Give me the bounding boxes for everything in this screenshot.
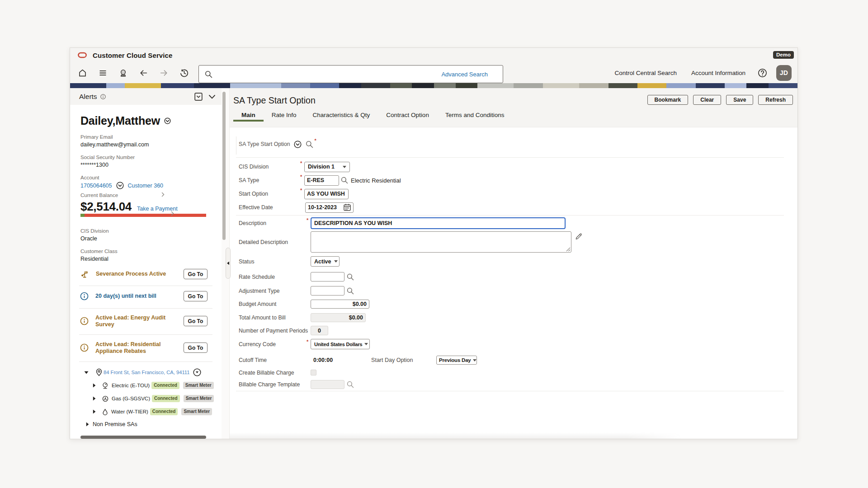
alerts-collapse-button[interactable] xyxy=(208,94,216,99)
cutoff-time-value: 0:00:00 xyxy=(313,357,333,363)
goto-button[interactable]: Go To xyxy=(184,316,208,326)
pencil-icon[interactable] xyxy=(575,232,582,239)
adjustment-type-search-icon[interactable] xyxy=(347,287,354,295)
triangle-down-icon[interactable] xyxy=(84,371,89,374)
premise-expand[interactable] xyxy=(84,371,89,374)
circle-triangle-down-icon[interactable] xyxy=(193,368,201,376)
goto-button[interactable]: Go To xyxy=(184,343,208,353)
balance-value: $2,514.04 xyxy=(80,200,132,214)
cis-division-label: CIS Division xyxy=(239,164,304,170)
chevron-down-icon[interactable] xyxy=(208,94,216,99)
forward-button[interactable] xyxy=(160,69,168,77)
control-central-search-link[interactable]: Control Central Search xyxy=(615,70,677,76)
chevron-right-small-icon[interactable] xyxy=(171,211,174,216)
menu-icon[interactable] xyxy=(99,69,107,77)
service-expand[interactable] xyxy=(93,383,96,388)
alerts-info-icon[interactable] xyxy=(100,94,106,99)
balance-bar-green xyxy=(80,214,85,217)
account-expand-icon[interactable] xyxy=(116,182,124,189)
calendar-icon[interactable] xyxy=(343,203,351,211)
service-expand[interactable] xyxy=(93,409,96,414)
service-name: Water (W-TIER) xyxy=(111,409,148,414)
contact-button[interactable] xyxy=(119,69,127,77)
account-information-link[interactable]: Account Information xyxy=(691,70,745,76)
tab-main[interactable]: Main xyxy=(233,108,264,122)
service-expand[interactable] xyxy=(93,396,96,401)
triangle-right-icon[interactable] xyxy=(93,383,96,388)
start-day-option-select[interactable]: Previous Day xyxy=(436,356,477,365)
sidebar-collapse-handle[interactable] xyxy=(226,248,231,279)
field-row-description: Description xyxy=(239,217,784,229)
lookup-label: SA Type Start Option xyxy=(239,141,290,147)
goto-button[interactable]: Go To xyxy=(184,291,208,301)
vertical-scrollbar[interactable] xyxy=(222,92,226,240)
payment-periods-input xyxy=(311,326,328,335)
edit-detailed-description[interactable] xyxy=(575,232,582,239)
chevron-right-small-icon[interactable] xyxy=(161,192,165,197)
lookup-expand-icon[interactable] xyxy=(294,141,302,148)
history-button[interactable] xyxy=(180,69,189,77)
horizontal-scrollbar[interactable] xyxy=(80,436,206,439)
tab-contract-option[interactable]: Contract Option xyxy=(378,108,437,122)
divider xyxy=(236,391,784,391)
create-billable-checkbox[interactable] xyxy=(311,370,316,375)
account-number-link[interactable]: 1705064605 xyxy=(80,183,112,189)
current-balance-label: Current Balance xyxy=(80,192,211,198)
adjustment-type-label: Adjustment Type xyxy=(239,288,311,294)
rate-schedule-label: Rate Schedule xyxy=(239,274,311,280)
carousel-next-icon[interactable] xyxy=(161,192,165,197)
advanced-search-link[interactable]: Advanced Search xyxy=(441,71,497,78)
refresh-button[interactable]: Refresh xyxy=(758,95,793,105)
status-select[interactable]: Active xyxy=(311,256,340,267)
clear-button[interactable]: Clear xyxy=(693,95,721,105)
budget-amount-input[interactable] xyxy=(311,300,369,309)
adjustment-type-input[interactable] xyxy=(311,286,344,296)
rate-schedule-input[interactable] xyxy=(311,272,344,282)
start-option-input[interactable] xyxy=(304,189,349,199)
tab-rate-info[interactable]: Rate Info xyxy=(264,108,305,122)
sa-type-input[interactable] xyxy=(304,175,339,186)
premise-menu-button[interactable] xyxy=(193,368,201,376)
help-button[interactable] xyxy=(758,68,767,78)
caret-down-icon xyxy=(473,359,476,361)
triangle-right-icon[interactable] xyxy=(93,396,96,401)
contact-icon[interactable] xyxy=(119,69,127,77)
back-button[interactable] xyxy=(139,69,148,77)
goto-button[interactable]: Go To xyxy=(184,269,208,279)
alerts-tray-button[interactable] xyxy=(194,93,203,101)
triangle-right-icon[interactable] xyxy=(93,409,96,414)
tab-terms-conditions[interactable]: Terms and Conditions xyxy=(437,108,513,122)
tray-icon[interactable] xyxy=(194,93,203,101)
help-icon[interactable] xyxy=(758,68,767,78)
bookmark-button[interactable]: Bookmark xyxy=(647,95,689,105)
field-row-effective-date: Effective Date xyxy=(239,201,784,214)
global-search-box[interactable]: Advanced Search xyxy=(198,65,503,83)
history-icon[interactable] xyxy=(180,69,189,77)
menu-button[interactable] xyxy=(99,69,107,77)
description-input[interactable] xyxy=(311,217,566,229)
home-button[interactable] xyxy=(78,69,87,77)
lookup-search-icon[interactable] xyxy=(306,141,313,148)
save-button[interactable]: Save xyxy=(726,95,753,105)
carousel-next-icon[interactable] xyxy=(171,211,174,216)
triangle-right-icon[interactable] xyxy=(86,422,89,427)
premise-address-link[interactable]: 84 Front St, San Francisco, CA, 94111 xyxy=(104,370,190,375)
rate-schedule-search-icon[interactable] xyxy=(347,273,354,281)
detailed-description-textarea[interactable] xyxy=(311,231,571,253)
home-icon[interactable] xyxy=(78,69,87,77)
name-expand-icon[interactable] xyxy=(164,117,171,124)
sa-type-search-icon[interactable] xyxy=(341,177,348,184)
billable-template-search-icon[interactable] xyxy=(347,381,354,388)
tab-characteristics-qty[interactable]: Characteristics & Qty xyxy=(305,108,378,122)
forward-icon[interactable] xyxy=(160,69,168,77)
back-icon[interactable] xyxy=(139,69,148,77)
resize-grip-icon[interactable] xyxy=(566,247,571,252)
currency-code-select[interactable]: United States Dollars xyxy=(311,339,370,349)
field-row-payment-periods: Number of Payment Periods xyxy=(239,326,784,335)
connected-badge: Connected xyxy=(151,382,179,389)
customer360-link[interactable]: Customer 360 xyxy=(128,183,164,189)
user-avatar[interactable]: JD xyxy=(776,65,792,81)
cis-division-select[interactable]: Division 1 xyxy=(304,162,350,172)
collapse-panel-icon[interactable] xyxy=(226,261,230,265)
non-premise-expand[interactable] xyxy=(86,422,89,427)
